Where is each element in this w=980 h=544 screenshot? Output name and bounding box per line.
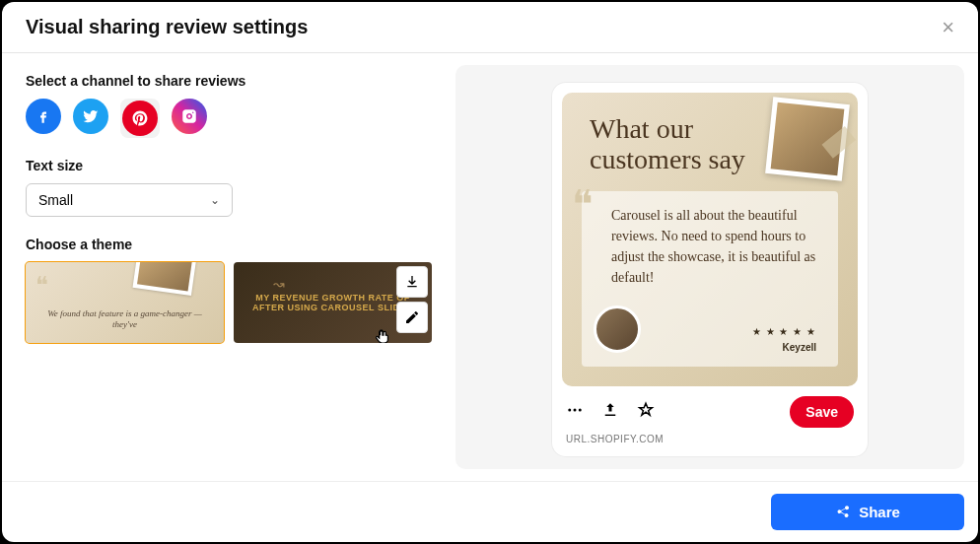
pin-footer-actions (566, 401, 655, 423)
settings-panel: Select a channel to share reviews (2, 53, 455, 481)
preview-url: URL.SHOPIFY.COM (562, 430, 858, 446)
svg-point-2 (579, 409, 582, 412)
preview-heading: What our customers say (590, 114, 745, 175)
text-size-value: Small (38, 192, 73, 208)
text-size-label: Text size (26, 158, 432, 173)
upload-icon (601, 401, 619, 419)
svg-point-0 (568, 409, 571, 412)
text-size-select[interactable]: Small ⌄ (26, 183, 233, 217)
theme-1-photo (133, 262, 197, 296)
save-button[interactable]: Save (790, 396, 854, 428)
channel-pinterest[interactable] (120, 99, 160, 138)
preview-image: What our customers say ❝ Carousel is all… (562, 93, 858, 386)
pin-footer: Save (562, 386, 858, 430)
cursor-hand-icon (373, 326, 392, 343)
pinterest-inner (122, 101, 158, 136)
channel-instagram[interactable] (172, 99, 207, 134)
heading-line2: customers say (590, 145, 745, 175)
instagram-icon (180, 107, 198, 125)
star-icon (637, 401, 655, 419)
chevron-down-icon: ⌄ (210, 193, 220, 207)
modal-body: Select a channel to share reviews (2, 53, 978, 481)
preview-review-text: Carousel is all about the beautiful revi… (611, 205, 820, 288)
share-button-label: Share (859, 504, 900, 520)
channel-facebook[interactable] (26, 99, 61, 134)
heading-line1: What our (590, 113, 693, 144)
preview-body: ❝ Carousel is all about the beautiful re… (582, 191, 838, 367)
pinterest-icon (131, 109, 149, 127)
share-icon (835, 505, 851, 520)
share-button[interactable]: Share (771, 494, 964, 530)
pencil-icon (404, 309, 420, 325)
preview-panel: What our customers say ❝ Carousel is all… (455, 65, 964, 469)
settings-modal: Visual sharing review settings × Select … (2, 2, 978, 542)
download-button[interactable] (396, 266, 428, 298)
more-button[interactable] (566, 401, 584, 423)
upload-button[interactable] (601, 401, 619, 423)
edit-button[interactable] (396, 302, 428, 333)
channel-list (26, 99, 432, 138)
preview-stars: ★ ★ ★ ★ ★ (752, 326, 816, 337)
twitter-icon (82, 107, 100, 125)
theme-option-1[interactable]: ❝ We found that feature is a game-change… (26, 262, 224, 343)
preview-avatar (594, 306, 641, 353)
theme-label: Choose a theme (26, 237, 432, 252)
theme-list: ❝ We found that feature is a game-change… (26, 262, 432, 343)
download-icon (404, 274, 420, 290)
channel-twitter[interactable] (73, 99, 108, 134)
quote-icon: ❝ (35, 272, 48, 300)
preview-author: Keyzell (783, 342, 816, 353)
modal-footer: Share (2, 481, 978, 542)
channel-label: Select a channel to share reviews (26, 73, 432, 89)
dots-icon (566, 401, 584, 419)
pinterest-card: What our customers say ❝ Carousel is all… (552, 83, 868, 456)
preview-photo-inner (771, 102, 845, 176)
quote-mark-icon: ❝ (572, 181, 594, 228)
text-size-section: Text size Small ⌄ (26, 158, 432, 217)
facebook-icon (35, 107, 52, 125)
theme-1-text: We found that feature is a game-changer … (26, 308, 224, 331)
theme-actions (396, 266, 428, 333)
close-button[interactable]: × (942, 17, 954, 38)
modal-title: Visual sharing review settings (26, 16, 308, 38)
preview-photo (765, 97, 850, 181)
theme-1-preview: ❝ We found that feature is a game-change… (26, 262, 224, 343)
favorite-button[interactable] (637, 401, 655, 423)
arrow-icon: ↝ (273, 276, 285, 292)
svg-point-1 (574, 409, 577, 412)
modal-header: Visual sharing review settings × (2, 2, 978, 53)
theme-option-2[interactable]: ↝ MY REVENUE GROWTH RATE OF AFTER USING … (234, 262, 432, 343)
